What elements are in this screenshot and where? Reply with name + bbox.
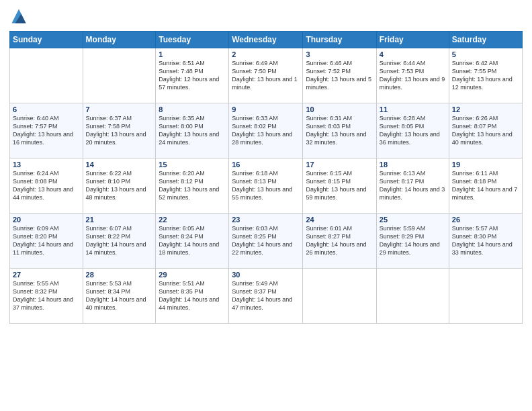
cell-sunrise-sunset: Sunrise: 6:09 AMSunset: 8:20 PMDaylight:… (13, 225, 73, 256)
weekday-header: Monday (83, 32, 156, 48)
day-number: 26 (452, 216, 519, 224)
day-number: 28 (86, 271, 153, 279)
day-number: 16 (232, 161, 300, 169)
calendar-cell: 26 Sunrise: 5:57 AMSunset: 8:30 PMDaylig… (449, 214, 522, 269)
calendar-cell: 10 Sunrise: 6:31 AMSunset: 8:03 PMDaylig… (303, 103, 376, 158)
cell-sunrise-sunset: Sunrise: 6:24 AMSunset: 8:08 PMDaylight:… (13, 170, 73, 201)
calendar-week-row: 27 Sunrise: 5:55 AMSunset: 8:32 PMDaylig… (10, 269, 523, 324)
calendar-cell (449, 269, 522, 324)
cell-sunrise-sunset: Sunrise: 6:22 AMSunset: 8:10 PMDaylight:… (86, 170, 146, 201)
cell-sunrise-sunset: Sunrise: 6:31 AMSunset: 8:03 PMDaylight:… (306, 115, 366, 146)
day-number: 9 (232, 105, 300, 113)
cell-sunrise-sunset: Sunrise: 6:01 AMSunset: 8:27 PMDaylight:… (306, 225, 366, 256)
cell-sunrise-sunset: Sunrise: 5:55 AMSunset: 8:32 PMDaylight:… (13, 280, 73, 311)
calendar-cell: 19 Sunrise: 6:11 AMSunset: 8:18 PMDaylig… (449, 158, 522, 214)
calendar-cell: 7 Sunrise: 6:37 AMSunset: 7:58 PMDayligh… (83, 103, 156, 158)
calendar-cell (10, 48, 83, 103)
cell-sunrise-sunset: Sunrise: 5:59 AMSunset: 8:29 PMDaylight:… (380, 225, 440, 256)
calendar-cell: 27 Sunrise: 5:55 AMSunset: 8:32 PMDaylig… (10, 269, 83, 324)
calendar-cell: 25 Sunrise: 5:59 AMSunset: 8:29 PMDaylig… (376, 214, 449, 269)
day-number: 11 (380, 105, 446, 113)
day-number: 30 (232, 271, 300, 279)
calendar-week-row: 20 Sunrise: 6:09 AMSunset: 8:20 PMDaylig… (10, 214, 523, 269)
weekday-header: Sunday (10, 32, 83, 48)
cell-sunrise-sunset: Sunrise: 6:51 AMSunset: 7:48 PMDaylight:… (159, 60, 219, 91)
calendar-cell: 17 Sunrise: 6:15 AMSunset: 8:15 PMDaylig… (303, 158, 376, 214)
cell-sunrise-sunset: Sunrise: 6:20 AMSunset: 8:12 PMDaylight:… (159, 170, 219, 201)
cell-sunrise-sunset: Sunrise: 5:57 AMSunset: 8:30 PMDaylight:… (452, 225, 513, 256)
day-number: 6 (13, 105, 80, 113)
calendar-cell: 11 Sunrise: 6:28 AMSunset: 8:05 PMDaylig… (376, 103, 449, 158)
cell-sunrise-sunset: Sunrise: 6:44 AMSunset: 7:53 PMDaylight:… (380, 60, 445, 91)
day-number: 23 (232, 216, 300, 224)
calendar-cell: 24 Sunrise: 6:01 AMSunset: 8:27 PMDaylig… (303, 214, 376, 269)
day-number: 8 (159, 105, 226, 113)
day-number: 27 (13, 271, 80, 279)
weekday-header: Friday (376, 32, 449, 48)
calendar-table: SundayMondayTuesdayWednesdayThursdayFrid… (9, 31, 523, 324)
calendar-week-row: 13 Sunrise: 6:24 AMSunset: 8:08 PMDaylig… (10, 158, 523, 214)
day-number: 22 (159, 216, 226, 224)
day-number: 24 (306, 216, 373, 224)
calendar-cell: 15 Sunrise: 6:20 AMSunset: 8:12 PMDaylig… (156, 158, 229, 214)
day-number: 3 (306, 50, 373, 58)
calendar-cell: 1 Sunrise: 6:51 AMSunset: 7:48 PMDayligh… (156, 48, 229, 103)
day-number: 1 (159, 50, 226, 58)
calendar-cell: 4 Sunrise: 6:44 AMSunset: 7:53 PMDayligh… (376, 48, 449, 103)
calendar-cell (83, 48, 156, 103)
calendar-cell: 22 Sunrise: 6:05 AMSunset: 8:24 PMDaylig… (156, 214, 229, 269)
page: SundayMondayTuesdayWednesdayThursdayFrid… (0, 0, 532, 411)
logo-icon (9, 7, 28, 26)
day-number: 4 (380, 50, 446, 58)
calendar-cell: 3 Sunrise: 6:46 AMSunset: 7:52 PMDayligh… (303, 48, 376, 103)
calendar-cell: 13 Sunrise: 6:24 AMSunset: 8:08 PMDaylig… (10, 158, 83, 214)
calendar-cell: 21 Sunrise: 6:07 AMSunset: 8:22 PMDaylig… (83, 214, 156, 269)
calendar-week-row: 6 Sunrise: 6:40 AMSunset: 7:57 PMDayligh… (10, 103, 523, 158)
cell-sunrise-sunset: Sunrise: 6:42 AMSunset: 7:55 PMDaylight:… (452, 60, 513, 91)
day-number: 19 (452, 161, 519, 169)
calendar-cell: 2 Sunrise: 6:49 AMSunset: 7:50 PMDayligh… (229, 48, 303, 103)
calendar-cell: 6 Sunrise: 6:40 AMSunset: 7:57 PMDayligh… (10, 103, 83, 158)
cell-sunrise-sunset: Sunrise: 6:13 AMSunset: 8:17 PMDaylight:… (380, 170, 445, 201)
day-number: 2 (232, 50, 300, 58)
cell-sunrise-sunset: Sunrise: 6:49 AMSunset: 7:50 PMDaylight:… (232, 60, 298, 91)
weekday-header: Saturday (449, 32, 522, 48)
cell-sunrise-sunset: Sunrise: 6:33 AMSunset: 8:02 PMDaylight:… (232, 115, 292, 146)
header (9, 7, 523, 26)
calendar-cell: 30 Sunrise: 5:49 AMSunset: 8:37 PMDaylig… (229, 269, 303, 324)
cell-sunrise-sunset: Sunrise: 6:05 AMSunset: 8:24 PMDaylight:… (159, 225, 219, 256)
day-number: 14 (86, 161, 153, 169)
day-number: 7 (86, 105, 153, 113)
day-number: 13 (13, 161, 80, 169)
calendar-cell: 9 Sunrise: 6:33 AMSunset: 8:02 PMDayligh… (229, 103, 303, 158)
day-number: 20 (13, 216, 80, 224)
day-number: 17 (306, 161, 373, 169)
weekday-header-row: SundayMondayTuesdayWednesdayThursdayFrid… (10, 32, 523, 48)
logo (9, 7, 31, 26)
cell-sunrise-sunset: Sunrise: 6:11 AMSunset: 8:18 PMDaylight:… (452, 170, 518, 201)
weekday-header: Wednesday (229, 32, 303, 48)
cell-sunrise-sunset: Sunrise: 6:35 AMSunset: 8:00 PMDaylight:… (159, 115, 219, 146)
day-number: 5 (452, 50, 519, 58)
cell-sunrise-sunset: Sunrise: 5:49 AMSunset: 8:37 PMDaylight:… (232, 280, 292, 311)
calendar-cell: 18 Sunrise: 6:13 AMSunset: 8:17 PMDaylig… (376, 158, 449, 214)
cell-sunrise-sunset: Sunrise: 6:18 AMSunset: 8:13 PMDaylight:… (232, 170, 292, 201)
calendar-cell: 14 Sunrise: 6:22 AMSunset: 8:10 PMDaylig… (83, 158, 156, 214)
cell-sunrise-sunset: Sunrise: 6:46 AMSunset: 7:52 PMDaylight:… (306, 60, 371, 91)
calendar-cell (303, 269, 376, 324)
calendar-cell: 23 Sunrise: 6:03 AMSunset: 8:25 PMDaylig… (229, 214, 303, 269)
calendar-cell: 8 Sunrise: 6:35 AMSunset: 8:00 PMDayligh… (156, 103, 229, 158)
day-number: 29 (159, 271, 226, 279)
day-number: 25 (380, 216, 446, 224)
cell-sunrise-sunset: Sunrise: 6:37 AMSunset: 7:58 PMDaylight:… (86, 115, 146, 146)
calendar-cell: 20 Sunrise: 6:09 AMSunset: 8:20 PMDaylig… (10, 214, 83, 269)
day-number: 18 (380, 161, 446, 169)
day-number: 10 (306, 105, 373, 113)
cell-sunrise-sunset: Sunrise: 6:15 AMSunset: 8:15 PMDaylight:… (306, 170, 366, 201)
cell-sunrise-sunset: Sunrise: 6:40 AMSunset: 7:57 PMDaylight:… (13, 115, 73, 146)
weekday-header: Tuesday (156, 32, 229, 48)
day-number: 12 (452, 105, 519, 113)
cell-sunrise-sunset: Sunrise: 5:53 AMSunset: 8:34 PMDaylight:… (86, 280, 146, 311)
calendar-week-row: 1 Sunrise: 6:51 AMSunset: 7:48 PMDayligh… (10, 48, 523, 103)
calendar-cell: 29 Sunrise: 5:51 AMSunset: 8:35 PMDaylig… (156, 269, 229, 324)
